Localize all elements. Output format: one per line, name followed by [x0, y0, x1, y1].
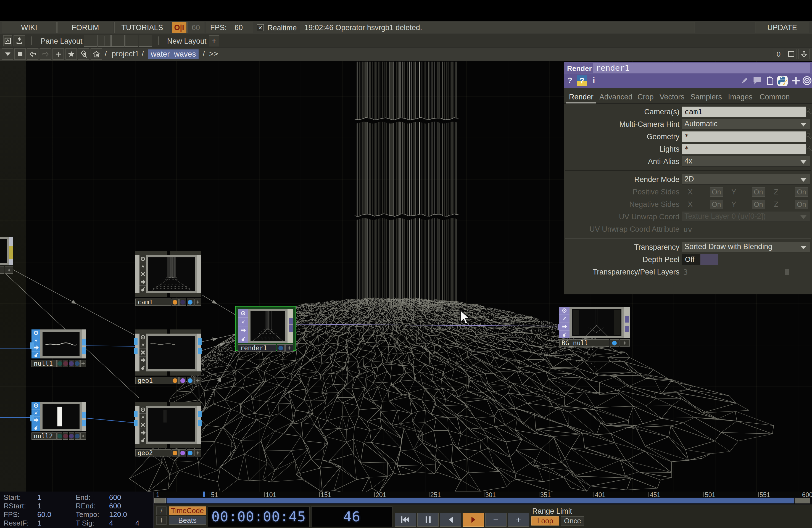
jump-to-start-button[interactable]: [395, 513, 416, 527]
node-flag-cell[interactable]: [559, 331, 569, 338]
timecode-mode-button[interactable]: TimeCode: [169, 507, 206, 515]
node-flag-cell[interactable]: [140, 263, 146, 270]
fps-box[interactable]: FPS: 60: [206, 22, 253, 33]
toggle-y-negsides[interactable]: On: [752, 200, 765, 209]
bolt-flag-icon[interactable]: [140, 342, 146, 348]
tab-crop[interactable]: Crop: [637, 93, 654, 101]
cam1-comment-cell[interactable]: [194, 298, 202, 306]
lock-flag-icon[interactable]: [241, 336, 246, 342]
render1-color-flag[interactable]: [277, 344, 285, 352]
null1-output-connector[interactable]: [82, 348, 86, 354]
node-null1[interactable]: [31, 329, 86, 358]
pane-layout-preset-3[interactable]: [111, 35, 125, 47]
python-expressions-icon[interactable]: [777, 76, 788, 86]
timeline-field-value2[interactable]: 4: [135, 519, 139, 527]
param-drag-arrow-icon[interactable]: [806, 133, 812, 139]
timeline-field-value[interactable]: 4: [109, 519, 113, 527]
x-flag-icon[interactable]: [140, 272, 146, 277]
viewer-flag-icon[interactable]: [241, 311, 246, 316]
viewer-flag-icon[interactable]: [140, 256, 146, 262]
node-flag-cell[interactable]: [238, 326, 248, 335]
update-button[interactable]: UPDATE: [755, 22, 809, 33]
target-icon[interactable]: [802, 76, 812, 86]
geo2-color-flag[interactable]: [172, 449, 179, 456]
forward-button[interactable]: [40, 48, 51, 60]
partial-node-output-connector[interactable]: [9, 252, 13, 259]
node-flag-cell[interactable]: [31, 424, 40, 431]
null2-color-flag[interactable]: [69, 432, 74, 440]
geo2-color-flag[interactable]: [187, 449, 194, 456]
node-flag-cell[interactable]: [31, 352, 40, 359]
null2-output-connector[interactable]: [82, 412, 86, 418]
BG_null-name-label[interactable]: BG_null: [559, 339, 609, 347]
x-flag-icon[interactable]: [140, 422, 146, 427]
toggle-y-possides[interactable]: On: [752, 187, 765, 196]
null2-color-flag[interactable]: [75, 432, 80, 440]
lock-flag-icon[interactable]: [140, 287, 146, 292]
copy-parameters-icon[interactable]: [765, 76, 775, 86]
forum-button[interactable]: FORUM: [57, 22, 113, 33]
partial-node-preview[interactable]: [0, 237, 9, 265]
node-comment-star-icon[interactable]: [195, 450, 200, 455]
cam1-preview[interactable]: [146, 255, 197, 293]
param-field-cameras[interactable]: cam1: [682, 107, 806, 117]
x-flag-icon[interactable]: [140, 350, 146, 355]
null2-name-label[interactable]: null2: [31, 432, 57, 440]
node-flag-cell[interactable]: [31, 402, 40, 410]
node-flag-cell[interactable]: [559, 307, 569, 315]
null1-comment-cell[interactable]: [81, 360, 86, 367]
geo2-input-connector[interactable]: [134, 411, 137, 417]
oi-value-box[interactable]: 60: [187, 22, 204, 33]
wiki-button[interactable]: WIKI: [2, 22, 57, 33]
step-forward-button[interactable]: +: [508, 513, 529, 527]
arrow-flag-icon[interactable]: [140, 430, 146, 435]
BG_null-preview[interactable]: [569, 307, 624, 338]
param-field-lights[interactable]: *: [682, 144, 806, 155]
arrow-flag-icon[interactable]: [33, 417, 39, 423]
bolt-flag-icon[interactable]: [33, 410, 39, 415]
integer-frame-button[interactable]: I: [156, 516, 166, 525]
param-dropdown-antialias[interactable]: 4x: [682, 156, 810, 167]
beats-mode-button[interactable]: Beats: [169, 516, 206, 525]
null2-color-flag[interactable]: [57, 432, 62, 440]
realtime-checkbox[interactable]: ✕: [257, 24, 264, 31]
path-segment-current[interactable]: water_waves: [148, 49, 199, 59]
tab-render[interactable]: Render: [569, 93, 594, 101]
tab-samplers[interactable]: Samplers: [691, 93, 722, 101]
node-flag-cell[interactable]: [238, 318, 248, 326]
arrow-flag-icon[interactable]: [33, 345, 39, 350]
tab-images[interactable]: Images: [728, 93, 753, 101]
node-cam1[interactable]: [135, 251, 201, 297]
bolt-flag-icon[interactable]: [241, 319, 246, 324]
timeline-field-value[interactable]: 1: [37, 519, 41, 527]
once-button[interactable]: Once: [561, 516, 584, 526]
tab-vectors[interactable]: Vectors: [659, 93, 684, 101]
geo2-color-flag[interactable]: [179, 449, 186, 456]
viewer-flag-icon[interactable]: [140, 335, 146, 340]
node-flag-cell[interactable]: [238, 335, 248, 343]
node-flag-cell[interactable]: [140, 341, 146, 349]
tab-common[interactable]: Common: [759, 93, 790, 101]
pane-layout-preset-5[interactable]: [139, 35, 152, 47]
frame-ruler[interactable]: 151101151201251301351401451501551600: [154, 492, 812, 497]
null2-output-connector[interactable]: [82, 420, 86, 426]
cam1-name-label[interactable]: cam1: [135, 298, 171, 306]
oi-toggle-button[interactable]: O|I: [172, 22, 186, 33]
node-comment-star-icon[interactable]: [81, 434, 86, 439]
pane-layout-preset-1[interactable]: [84, 35, 97, 47]
pane-type-dropdown-button[interactable]: [2, 48, 13, 60]
render1-output-connector[interactable]: [289, 318, 293, 324]
node-flag-cell[interactable]: [140, 436, 146, 444]
add-parameter-icon[interactable]: [791, 76, 801, 86]
BG_null-output-connector[interactable]: [625, 326, 629, 332]
node-comment-star-icon[interactable]: [622, 340, 627, 346]
cam1-color-flag[interactable]: [172, 298, 179, 306]
pane-layout-preset-2[interactable]: [98, 35, 111, 47]
null2-comment-cell[interactable]: [81, 432, 86, 440]
null1-color-flag[interactable]: [63, 360, 68, 367]
BG_null-input-connector[interactable]: [557, 324, 562, 330]
back-button[interactable]: [27, 48, 39, 60]
null2-color-flag[interactable]: [63, 432, 68, 440]
null1-output-connector[interactable]: [82, 339, 86, 346]
operator-name-field[interactable]: render1: [593, 63, 810, 73]
